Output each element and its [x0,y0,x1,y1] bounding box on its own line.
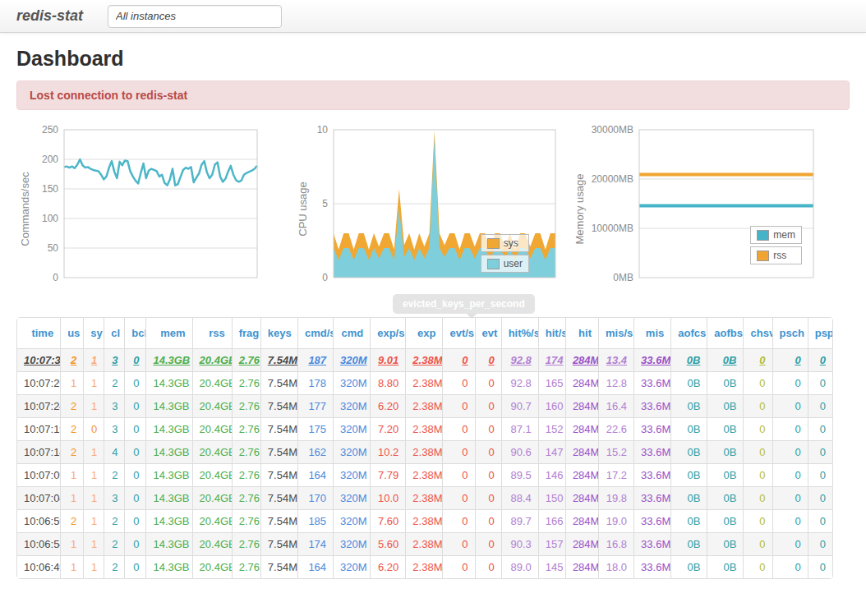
stat-link[interactable]: 0 [133,354,139,366]
stat-link[interactable]: 10:07:34 [24,354,60,366]
stat-value: 0 [820,400,826,412]
cell-mem[interactable]: 14.3GB [145,348,191,371]
commands-per-sec-chart: Commands/sec 050100150200250 [16,122,294,296]
brand-link[interactable]: redis-stat [16,7,83,25]
cell-cmd/s[interactable]: 187 [297,348,333,371]
stat-value: 2.38M [412,561,442,573]
commands-line [64,159,257,186]
column-header-bcl: bcl [124,318,145,348]
stat-link[interactable]: 3 [112,354,117,366]
stat-link[interactable]: 0 [488,354,494,366]
column-header-hit%/s: hit%/s [501,318,538,348]
cell-exp: 2.38M [405,555,442,578]
cell-cmd[interactable]: 320M [333,348,370,371]
stat-link[interactable]: 20.4GB [200,354,232,366]
stat-value: 33.6M [641,446,670,458]
cell-psp: 0 [808,463,832,486]
cell-mis[interactable]: 33.6M [633,348,670,371]
cell-cmd: 320M [333,486,370,509]
stat-link[interactable]: 187 [308,354,326,366]
cpu-svg: 0510 [311,122,572,296]
stat-link[interactable]: 2.38M [412,354,442,366]
stat-link[interactable]: 320M [340,354,367,366]
stat-value: 18.0 [606,561,627,573]
column-header-psp: psp [808,318,832,348]
cell-cmd/s: 185 [297,509,333,532]
cell-frag[interactable]: 2.76 [232,348,260,371]
stat-link[interactable]: 92.8 [510,354,531,366]
cell-psp[interactable]: 0 [808,348,832,371]
cell-aofcs[interactable]: 0B [670,348,707,371]
cell-us[interactable]: 2 [60,348,83,371]
legend-swatch-icon [487,259,500,269]
stat-link[interactable]: 0 [759,354,765,366]
cell-hit%/s[interactable]: 92.8 [501,348,538,371]
cell-psch: 0 [772,509,808,532]
svg-text:20000MB: 20000MB [592,173,633,185]
stat-value: 2.76 [239,538,260,550]
cell-mem: 14.3GB [145,532,191,555]
stat-link[interactable]: 7.54M [268,354,297,366]
cell-psch[interactable]: 0 [772,348,808,371]
column-header-hit: hit [565,318,598,348]
cell-cmd: 320M [333,394,370,417]
cell-evt[interactable]: 0 [475,348,501,371]
stat-value: 2 [112,538,117,550]
cell-hit: 284M [565,394,598,417]
stat-value: 0 [91,423,97,435]
cell-psch: 0 [772,394,808,417]
cell-sy[interactable]: 1 [83,348,104,371]
stat-link[interactable]: 2.76 [239,354,260,366]
cell-mis/s[interactable]: 13.4 [598,348,633,371]
stat-value: 0 [462,515,468,527]
stat-value: 1 [71,538,76,550]
stat-value: 2.38M [412,446,442,458]
stat-link[interactable]: 0 [462,354,468,366]
stat-link[interactable]: 1 [91,354,97,366]
cell-rss[interactable]: 20.4GB [192,348,232,371]
stat-link[interactable]: 9.01 [378,354,398,366]
cell-exp/s[interactable]: 9.01 [370,348,405,371]
page-title: Dashboard [16,47,850,71]
stat-link[interactable]: 2 [71,354,76,366]
stat-value: 0B [687,377,700,389]
cell-aofbs[interactable]: 0B [707,348,743,371]
cell-frag: 2.76 [232,532,260,555]
cell-rss: 20.4GB [192,463,232,486]
stat-value: 0 [462,538,468,550]
stat-link[interactable]: 13.4 [606,354,627,366]
cell-cl[interactable]: 3 [104,348,124,371]
stat-link[interactable]: 0 [795,354,800,366]
instance-selector-input[interactable] [108,5,282,28]
stat-value: 3 [112,423,117,435]
stat-link[interactable]: 0 [820,354,826,366]
cell-bcl[interactable]: 0 [124,348,145,371]
cell-evt/s[interactable]: 0 [442,348,474,371]
stat-value: 177 [308,400,326,412]
stat-value: 20.4GB [200,492,232,504]
cell-hit[interactable]: 284M [565,348,598,371]
stat-link[interactable]: 0B [687,354,701,366]
stat-value: 0B [724,538,737,550]
cell-frag: 2.76 [232,440,260,463]
cell-exp[interactable]: 2.38M [405,348,442,371]
memory-legend: memrss [750,223,802,264]
svg-text:200: 200 [42,154,58,165]
cell-chsv[interactable]: 0 [743,348,772,371]
column-header-exp/s: exp/s [370,318,405,348]
stat-link[interactable]: 33.6M [641,354,670,366]
stat-link[interactable]: 174 [546,354,564,366]
stat-link[interactable]: 14.3GB [153,354,190,366]
table-row: 10:07:29112014.3GB20.4GB2.767.54M178320M… [17,371,832,394]
stat-value: 164 [308,469,326,481]
cell-hit/s[interactable]: 174 [538,348,565,371]
cell-keys[interactable]: 7.54M [260,348,297,371]
cell-evt: 0 [475,371,501,394]
cell-bcl: 0 [124,371,145,394]
cell-exp: 2.38M [405,486,442,509]
cell-time[interactable]: 10:07:34 [17,348,60,371]
stat-link[interactable]: 284M [573,354,598,366]
cell-hit%/s: 90.7 [501,394,538,417]
stat-value: 175 [308,423,326,435]
stat-link[interactable]: 0B [723,354,737,366]
